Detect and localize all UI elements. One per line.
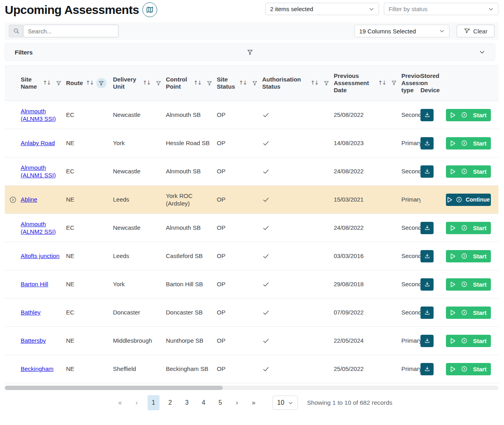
action-button-label: Start [473, 140, 486, 147]
columns-selected-dropdown[interactable]: 19 Columns Selected [354, 25, 450, 37]
expand-row-icon[interactable] [9, 196, 17, 204]
column-filter-icon[interactable] [389, 78, 399, 88]
sort-icon[interactable]: ↑↓ [143, 80, 150, 86]
first-page-button[interactable]: « [112, 395, 128, 410]
column-header-label: Previous Assessment type [401, 72, 418, 94]
site-name-link[interactable]: Altofts junction [21, 252, 60, 259]
action-button[interactable]: Start [446, 363, 491, 375]
next-page-button[interactable]: › [229, 395, 245, 410]
sort-icon[interactable]: ↑↓ [43, 80, 51, 86]
action-button[interactable]: Start [446, 137, 491, 149]
delivery-unit-cell: Leeds [113, 196, 166, 203]
row-expander-cell [5, 140, 21, 147]
site-name-link[interactable]: Beckingham [21, 365, 54, 372]
map-view-button[interactable] [142, 2, 157, 17]
site-name-link[interactable]: Abline [21, 196, 37, 203]
column-filter-icon[interactable] [53, 78, 64, 88]
previous-assessment-date-cell: 25/05/2022 [334, 365, 401, 373]
action-button[interactable]: Start [446, 109, 491, 121]
sort-icon[interactable]: ↑↓ [194, 80, 201, 86]
column-filter-icon[interactable] [153, 78, 163, 88]
site-name-link[interactable]: Alnmouth (ALNM2 SSI) [21, 221, 56, 235]
action-button[interactable]: Start [446, 165, 491, 178]
sort-icon[interactable]: ↑↓ [311, 80, 318, 86]
items-selected-dropdown[interactable]: 2 items selected [265, 3, 379, 15]
site-name-link[interactable]: Bathley [21, 309, 41, 316]
table-row: Bathley EC Doncaster Doncaster SB OP 07/… [5, 299, 498, 327]
page-number-button[interactable]: 2 [164, 395, 176, 410]
site-status-cell: OP [217, 196, 262, 203]
continue-icon [461, 112, 467, 118]
action-button[interactable]: Continue [446, 194, 491, 206]
clear-button-label: Clear [473, 28, 488, 35]
previous-assessment-date-cell: 15/03/2021 [334, 196, 401, 203]
site-name-link[interactable]: Barton Hill [21, 281, 48, 287]
search-input[interactable] [23, 25, 119, 37]
columns-selected-value: 19 Columns Selected [359, 28, 416, 35]
download-button[interactable] [420, 307, 434, 319]
site-name-link[interactable]: Alnmouth (ALNM3 SSI) [21, 108, 56, 122]
site-name-link[interactable]: Alnmouth (ALNM1 SSI) [21, 164, 56, 179]
table-row: Alnmouth (ALNM3 SSI) EC Newcastle Alnmou… [5, 101, 498, 129]
page-number-button[interactable]: 3 [181, 395, 193, 410]
authorised-check-icon [262, 281, 330, 288]
page-number-button[interactable]: 5 [214, 395, 226, 410]
action-button[interactable]: Start [446, 250, 491, 262]
column-header: Site Status ↑↓ [217, 76, 262, 91]
download-button[interactable] [420, 335, 434, 347]
download-button[interactable] [420, 109, 434, 121]
previous-page-button[interactable]: ‹ [128, 395, 145, 410]
site-name-link[interactable]: Anlaby Road [21, 140, 55, 146]
sort-icon[interactable]: ↑↓ [378, 80, 386, 86]
stored-on-device-cell [420, 109, 446, 121]
row-expander-cell [5, 252, 21, 260]
column-header-label: Site Status [217, 76, 236, 91]
site-name-cell: Altofts junction [21, 252, 66, 260]
per-page-select[interactable]: 10 [272, 396, 298, 410]
horizontal-scrollbar[interactable] [5, 386, 498, 390]
clear-filters-button[interactable]: Clear [457, 25, 494, 37]
page-number-button[interactable]: 4 [198, 395, 210, 410]
delivery-unit-cell: Newcastle [113, 167, 166, 175]
column-header: Previous Assessment Date ↑↓ [334, 72, 401, 94]
action-button[interactable]: Start [446, 278, 491, 291]
chevron-down-icon[interactable] [479, 49, 485, 55]
table-row: Alnmouth (ALNM1 SSI) EC Newcastle Alnmou… [5, 157, 498, 186]
column-filter-icon[interactable] [96, 78, 107, 88]
filters-accordion[interactable]: Filters [5, 43, 495, 61]
site-name-link[interactable]: Battersby [21, 337, 46, 344]
last-page-button[interactable]: » [245, 395, 262, 410]
route-cell: EC [66, 111, 113, 118]
action-button-label: Start [473, 112, 486, 118]
action-button-label: Start [473, 338, 486, 344]
previous-assessment-date-cell: 22/05/2024 [334, 337, 401, 344]
page-number-button[interactable]: 1 [148, 395, 160, 410]
route-cell: NE [66, 365, 113, 373]
scrollbar-thumb[interactable] [5, 386, 223, 390]
previous-assessment-date-cell: 14/08/2023 [334, 139, 401, 147]
download-button[interactable] [420, 278, 434, 291]
action-button-label: Start [473, 309, 486, 316]
previous-assessment-date-cell: 03/03/2016 [334, 252, 401, 260]
download-button[interactable] [420, 363, 434, 375]
sort-icon[interactable]: ↑↓ [239, 80, 247, 86]
download-button[interactable] [420, 250, 434, 262]
column-filter-icon[interactable] [321, 78, 331, 88]
action-button[interactable]: Start [446, 335, 491, 347]
download-button[interactable] [420, 165, 434, 178]
download-button[interactable] [420, 222, 434, 234]
control-point-cell: Hessle Road SB [166, 139, 217, 147]
site-name-cell: Alnmouth (ALNM2 SSI) [21, 220, 66, 235]
play-icon [450, 310, 455, 316]
download-button[interactable] [420, 137, 434, 149]
control-point-cell: Nunthorpe SB [166, 337, 217, 344]
status-filter-dropdown[interactable]: Filter by status [384, 3, 498, 15]
column-filter-icon[interactable] [204, 78, 214, 88]
column-filter-icon[interactable] [249, 78, 260, 88]
delivery-unit-cell: Newcastle [113, 111, 166, 118]
action-button[interactable]: Start [446, 222, 491, 234]
sort-icon[interactable]: ↑↓ [86, 80, 93, 86]
action-button[interactable]: Start [446, 307, 491, 319]
authorised-check-icon [262, 140, 330, 147]
route-cell: NE [66, 280, 113, 288]
